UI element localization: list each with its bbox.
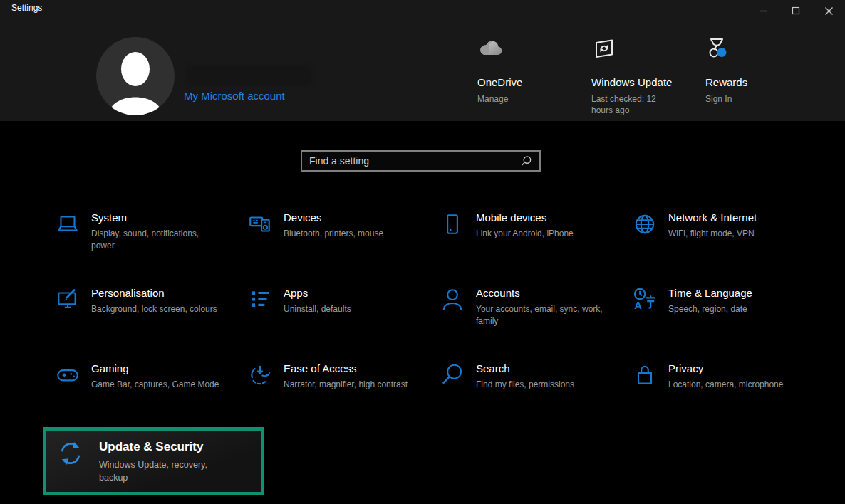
apps-list-icon [246, 287, 274, 315]
quick-action-subtitle: Manage [477, 93, 584, 105]
tile-title: Devices [284, 211, 415, 224]
rewards-medal-icon [705, 37, 812, 61]
tile-search[interactable]: Search Find my files, permissions [438, 362, 631, 438]
maximize-icon [792, 6, 800, 15]
tile-subtitle: Location, camera, microphone [668, 379, 800, 391]
close-icon [824, 6, 834, 16]
tile-subtitle: Uninstall, defaults [284, 303, 415, 315]
tile-ease-of-access[interactable]: Ease of Access Narrator, magnifier, high… [246, 362, 438, 438]
tile-title: Privacy [668, 362, 800, 374]
tile-privacy[interactable]: Privacy Location, camera, microphone [631, 362, 823, 438]
quick-action-subtitle: Sign In [705, 93, 812, 105]
tile-title: Accounts [476, 287, 608, 299]
tile-subtitle: Link your Android, iPhone [476, 228, 608, 240]
tile-personalisation[interactable]: Personalisation Background, lock screen,… [53, 287, 246, 362]
tile-subtitle: Display, sound, notifications, power [91, 228, 223, 252]
tile-update-security[interactable]: Update & Security Windows Update, recove… [43, 427, 264, 495]
quick-action-title: Windows Update [591, 76, 698, 88]
windows-update-icon [591, 37, 698, 61]
header-band: Settings [0, 0, 845, 121]
microsoft-account-link[interactable]: My Microsoft account [184, 90, 285, 102]
quick-action-onedrive[interactable]: OneDrive Manage [477, 37, 584, 105]
tile-time-language[interactable]: A Time & Language Speech, region, date [631, 287, 823, 362]
quick-action-title: OneDrive [477, 76, 584, 88]
tile-title: Mobile devices [476, 211, 608, 224]
tile-subtitle: Game Bar, captures, Game Mode [91, 379, 223, 391]
minimize-button[interactable] [747, 0, 779, 21]
tile-subtitle: Your accounts, email, sync, work, family [476, 303, 608, 327]
devices-icon [246, 211, 274, 240]
quick-action-windows-update[interactable]: Windows Update Last checked: 12 hours ag… [591, 37, 698, 116]
tile-subtitle: Bluetooth, printers, mouse [284, 228, 415, 240]
tile-accounts[interactable]: Accounts Your accounts, email, sync, wor… [438, 287, 631, 362]
cloud-icon [477, 37, 584, 61]
tile-subtitle: Windows Update, recovery, backup [99, 458, 227, 484]
tile-title: Network & Internet [668, 211, 800, 224]
lock-icon [631, 362, 659, 391]
tile-title: Update & Security [99, 440, 231, 454]
quick-action-subtitle: Last checked: 12 hours ago [591, 93, 663, 116]
tile-title: Gaming [91, 362, 223, 374]
svg-text:A: A [634, 300, 642, 311]
ease-of-access-icon [246, 362, 274, 391]
gamepad-icon [53, 362, 82, 391]
tile-apps[interactable]: Apps Uninstall, defaults [246, 287, 438, 362]
tile-title: Ease of Access [284, 362, 415, 374]
tile-network-internet[interactable]: Network & Internet WiFi, flight mode, VP… [631, 211, 823, 287]
quick-action-title: Rewards [705, 76, 812, 88]
tile-mobile-devices[interactable]: Mobile devices Link your Android, iPhone [438, 211, 631, 287]
user-name-redacted [187, 65, 311, 85]
tile-title: Search [476, 362, 608, 374]
sync-icon [56, 439, 83, 469]
tile-title: System [91, 211, 223, 224]
tile-subtitle: Narrator, magnifier, high contrast [284, 379, 415, 391]
laptop-icon [53, 211, 82, 240]
tile-system[interactable]: System Display, sound, notifications, po… [53, 211, 246, 287]
window-title: Settings [11, 3, 42, 13]
search-icon [438, 362, 467, 391]
category-grid: System Display, sound, notifications, po… [53, 211, 823, 438]
tile-subtitle: WiFi, flight mode, VPN [668, 228, 800, 240]
settings-window: Settings [0, 0, 845, 504]
maximize-button[interactable] [779, 0, 812, 21]
tile-subtitle: Find my files, permissions [476, 379, 608, 391]
tile-title: Personalisation [91, 287, 223, 299]
minimize-icon [759, 6, 767, 15]
tile-title: Time & Language [668, 287, 800, 299]
search-input[interactable] [309, 155, 520, 167]
search-icon [520, 155, 532, 167]
close-button[interactable] [812, 0, 845, 21]
tile-title: Apps [284, 287, 415, 299]
tile-subtitle: Background, lock screen, colours [91, 303, 223, 315]
tile-devices[interactable]: Devices Bluetooth, printers, mouse [246, 211, 438, 287]
tile-subtitle: Speech, region, date [668, 303, 800, 315]
avatar [96, 37, 175, 115]
quick-action-rewards[interactable]: Rewards Sign In [705, 37, 812, 105]
globe-icon [631, 211, 659, 240]
person-silhouette-icon [96, 37, 175, 115]
phone-icon [438, 211, 467, 240]
time-language-icon: A [631, 287, 659, 315]
window-controls [747, 0, 845, 21]
personalisation-icon [53, 287, 82, 315]
search-box [301, 150, 541, 172]
person-icon [438, 287, 467, 315]
